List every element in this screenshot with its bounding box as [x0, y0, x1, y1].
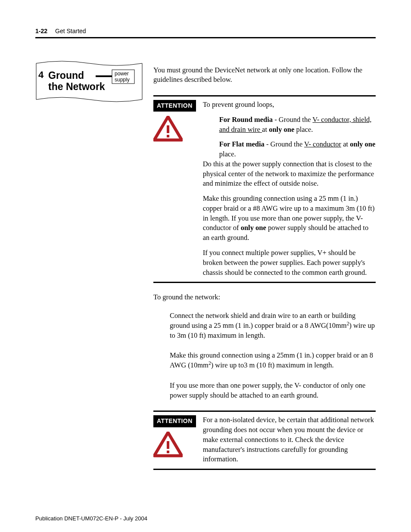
page-header: 1-22 Get Started — [35, 28, 376, 34]
attention-label: ATTENTION — [153, 415, 196, 427]
svg-rect-4 — [167, 125, 169, 133]
publication-footer: Publication DNET-UM072C-EN-P - July 2004 — [35, 515, 147, 522]
attention-block-2: ATTENTION For a non-isolated device, be … — [153, 411, 376, 470]
ps-line1: power — [115, 71, 129, 77]
step-title-line2: the Network — [48, 81, 105, 92]
svg-rect-6 — [167, 441, 169, 449]
svg-rect-5 — [167, 135, 169, 137]
attention1-p4: If you connect multiple power supplies, … — [203, 248, 376, 277]
flat-media-head: For Flat media — [219, 140, 265, 148]
warning-icon — [153, 432, 183, 460]
attention1-p2: Do this at the power supply connection t… — [203, 159, 376, 189]
round-media-head: For Round media — [219, 115, 273, 124]
attention1-round-media: For Round media - Ground the V- conducto… — [219, 115, 376, 135]
header-divider — [35, 37, 376, 38]
page-number: 1-22 — [35, 28, 47, 34]
ground-step-2: Make this ground connection using a 25mm… — [170, 351, 376, 370]
warning-icon — [153, 116, 183, 145]
step-figure: 4 Ground the Network power supply — [35, 58, 143, 106]
attention2-body: For a non-isolated device, be certain th… — [203, 415, 376, 464]
to-ground-heading: To ground the network: — [153, 292, 376, 302]
ps-line2: supply — [115, 77, 130, 83]
attention1-lead: To prevent ground loops, — [203, 100, 376, 110]
attention1-p3: Make this grounding connection using a 2… — [203, 194, 376, 243]
chapter-title: Get Started — [55, 28, 86, 34]
attention1-flat-media: For Flat media - Ground the V- conductor… — [219, 140, 376, 159]
step-title-line1: Ground — [48, 70, 84, 81]
attention-label: ATTENTION — [153, 100, 196, 112]
ground-step-3: If you use more than one power supply, t… — [170, 381, 376, 401]
step-number-text: 4 — [38, 69, 44, 80]
svg-rect-7 — [167, 451, 169, 453]
ground-step-1: Connect the network shield and drain wir… — [170, 311, 376, 340]
attention-block-1: ATTENTION To prevent ground loops, For R… — [153, 95, 376, 283]
intro-paragraph: You must ground the DeviceNet network at… — [153, 65, 376, 85]
